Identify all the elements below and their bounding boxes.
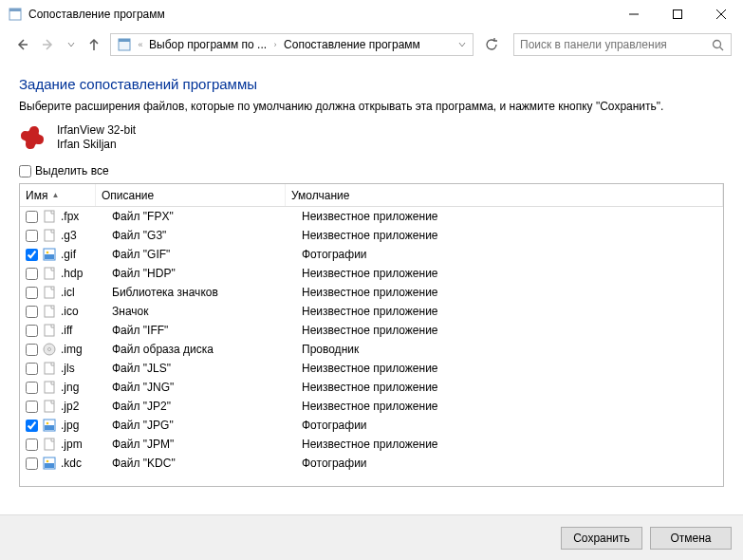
breadcrumb-item-1[interactable]: Выбор программ по ... — [145, 38, 270, 51]
select-all-checkbox[interactable]: Выделить все — [19, 164, 724, 177]
minimize-button[interactable] — [612, 0, 656, 28]
cell-description: Значок — [112, 305, 302, 318]
file-type-icon — [42, 228, 57, 243]
row-checkbox[interactable] — [26, 363, 38, 375]
svg-rect-14 — [45, 230, 54, 241]
row-checkbox[interactable] — [26, 268, 38, 280]
cell-extension: .fpx — [61, 210, 112, 223]
cell-description: Файл "JPM" — [112, 438, 302, 451]
file-type-icon — [42, 418, 57, 433]
extensions-table: Имя▲ Описание Умолчание .fpxФайл "FPX"Не… — [19, 183, 724, 487]
breadcrumb-chevron-icon[interactable]: « — [136, 40, 145, 49]
table-row[interactable]: .fpxФайл "FPX"Неизвестное приложение — [20, 207, 723, 226]
svg-rect-28 — [45, 425, 54, 430]
file-type-icon — [42, 266, 57, 281]
cell-description: Файл "FPX" — [112, 210, 302, 223]
file-type-icon — [42, 456, 57, 471]
svg-rect-24 — [45, 363, 54, 374]
table-body[interactable]: .fpxФайл "FPX"Неизвестное приложение.g3Ф… — [20, 207, 723, 486]
row-checkbox[interactable] — [26, 382, 38, 394]
table-row[interactable]: .jlsФайл "JLS"Неизвестное приложение — [20, 359, 723, 378]
svg-line-12 — [719, 47, 723, 50]
table-row[interactable]: .jngФайл "JNG"Неизвестное приложение — [20, 378, 723, 397]
close-button[interactable] — [699, 0, 743, 28]
row-checkbox[interactable] — [26, 230, 38, 242]
row-checkbox[interactable] — [26, 420, 38, 432]
svg-rect-3 — [674, 10, 682, 19]
file-type-icon — [42, 304, 57, 319]
cell-description: Файл "IFF" — [112, 324, 302, 337]
nav-history-dropdown[interactable] — [65, 34, 78, 55]
program-info: IrfanView 32-bit Irfan Skiljan — [19, 122, 724, 153]
cell-default: Неизвестное приложение — [302, 438, 723, 451]
file-type-icon — [42, 361, 57, 376]
cell-default: Неизвестное приложение — [302, 400, 723, 413]
cell-extension: .img — [61, 343, 112, 356]
cell-default: Неизвестное приложение — [302, 381, 723, 394]
svg-rect-25 — [45, 382, 54, 393]
save-button[interactable]: Сохранить — [561, 527, 642, 550]
row-checkbox[interactable] — [26, 401, 38, 413]
table-row[interactable]: .jp2Файл "JP2"Неизвестное приложение — [20, 397, 723, 416]
svg-point-29 — [46, 422, 49, 425]
row-checkbox[interactable] — [26, 457, 38, 470]
svg-point-17 — [46, 252, 49, 254]
breadcrumb-item-2[interactable]: Сопоставление программ — [280, 38, 424, 51]
table-row[interactable]: .iclБиблиотека значковНеизвестное прилож… — [20, 283, 723, 302]
table-row[interactable]: .icoЗначокНеизвестное приложение — [20, 302, 723, 321]
table-row[interactable]: .jpmФайл "JPM"Неизвестное приложение — [20, 435, 723, 454]
select-all-label: Выделить все — [35, 164, 109, 177]
file-type-icon — [42, 437, 57, 452]
search-icon[interactable] — [710, 37, 725, 52]
cell-default: Неизвестное приложение — [302, 362, 723, 375]
row-checkbox[interactable] — [26, 344, 38, 356]
search-input[interactable] — [520, 38, 710, 51]
svg-point-23 — [48, 348, 51, 351]
breadcrumb-chevron-icon[interactable]: › — [270, 40, 280, 49]
svg-rect-21 — [45, 325, 54, 336]
cell-extension: .jp2 — [61, 400, 112, 413]
table-row[interactable]: .imgФайл образа дискаПроводник — [20, 340, 723, 359]
table-row[interactable]: .jpgФайл "JPG"Фотографии — [20, 416, 723, 435]
file-type-icon — [42, 380, 57, 395]
search-box[interactable] — [513, 33, 732, 56]
cancel-button[interactable]: Отмена — [650, 527, 732, 550]
select-all-input[interactable] — [19, 165, 31, 177]
page-heading: Задание сопоставлений программы — [19, 76, 724, 92]
maximize-button[interactable] — [656, 0, 699, 28]
cell-extension: .jls — [61, 362, 112, 375]
file-type-icon — [42, 209, 57, 224]
column-header-description[interactable]: Описание — [96, 184, 286, 206]
row-checkbox[interactable] — [26, 249, 38, 261]
nav-up-button[interactable] — [84, 34, 104, 55]
row-checkbox[interactable] — [26, 325, 38, 337]
cell-default: Неизвестное приложение — [302, 286, 723, 299]
cell-default: Неизвестное приложение — [302, 305, 723, 318]
table-row[interactable]: .gifФайл "GIF"Фотографии — [20, 245, 723, 264]
table-row[interactable]: .kdcФайл "KDC"Фотографии — [20, 454, 723, 473]
table-row[interactable]: .hdpФайл "HDP"Неизвестное приложение — [20, 264, 723, 283]
table-row[interactable]: .g3Файл "G3"Неизвестное приложение — [20, 226, 723, 245]
row-checkbox[interactable] — [26, 439, 38, 451]
column-header-name[interactable]: Имя▲ — [20, 184, 96, 206]
nav-forward-button[interactable] — [38, 34, 59, 55]
nav-back-button[interactable] — [11, 34, 32, 55]
row-checkbox[interactable] — [26, 211, 38, 223]
svg-rect-19 — [45, 287, 54, 298]
breadcrumb-dropdown[interactable] — [454, 34, 471, 55]
svg-rect-18 — [45, 268, 54, 279]
file-type-icon — [42, 247, 57, 262]
file-type-icon — [42, 342, 57, 357]
svg-rect-32 — [45, 463, 54, 468]
row-checkbox[interactable] — [26, 306, 38, 318]
cell-default: Проводник — [302, 343, 723, 356]
table-row[interactable]: .iffФайл "IFF"Неизвестное приложение — [20, 321, 723, 340]
footer: Сохранить Отмена — [0, 514, 743, 560]
file-type-icon — [42, 285, 57, 300]
cell-extension: .jpm — [61, 438, 112, 451]
refresh-button[interactable] — [481, 34, 502, 55]
column-header-default[interactable]: Умолчание — [286, 184, 723, 206]
breadcrumb[interactable]: « Выбор программ по ... › Сопоставление … — [110, 33, 474, 56]
titlebar: Сопоставление программ — [0, 0, 743, 28]
row-checkbox[interactable] — [26, 287, 38, 299]
